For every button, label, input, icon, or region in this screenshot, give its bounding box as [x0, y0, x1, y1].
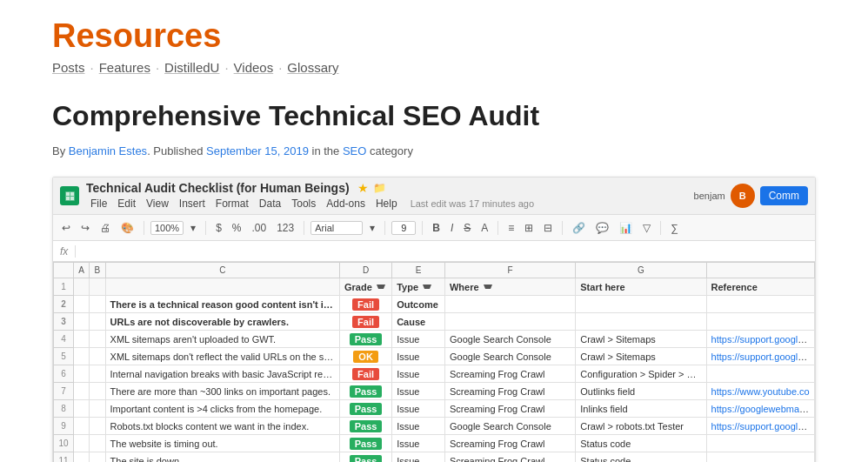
- where-filter-icon[interactable]: [484, 285, 492, 291]
- col-ref-cell: https://support.google.co: [706, 331, 814, 348]
- menu-file[interactable]: File: [86, 197, 111, 211]
- col-g-cell: Status code: [576, 435, 706, 452]
- table-row: 3 URLs are not discoverable by crawlers.…: [54, 313, 815, 331]
- decimals-btn[interactable]: .00: [249, 220, 270, 236]
- row-1-num: 1: [54, 278, 74, 296]
- col-c-cell: XML sitemaps aren't uploaded to GWT.: [105, 331, 339, 348]
- toolbar-sep-4: [384, 221, 385, 235]
- col-g-cell: Status code: [576, 452, 706, 462]
- menu-addons[interactable]: Add-ons: [322, 197, 370, 211]
- menu-view[interactable]: View: [142, 197, 173, 211]
- col-c-header: [105, 278, 339, 296]
- col-c-cell: XML sitemaps don't reflect the valid URL…: [105, 348, 339, 365]
- col-a-cell: [73, 348, 89, 365]
- col-g-cell: Crawl > Sitemaps: [576, 331, 706, 348]
- col-d-cell: Pass: [340, 435, 392, 452]
- col-header-d: D: [340, 263, 392, 278]
- spreadsheet-embed: Technical Audit Checklist (for Human Bei…: [52, 177, 816, 462]
- menu-data[interactable]: Data: [255, 197, 285, 211]
- svg-rect-1: [66, 192, 70, 196]
- meta-category-suffix: category: [370, 144, 413, 157]
- grade-badge: Fail: [352, 298, 379, 311]
- reference-header-label: Reference: [711, 282, 758, 292]
- nav-glossary[interactable]: Glossary: [287, 60, 338, 75]
- filter-btn[interactable]: ▽: [639, 220, 654, 236]
- italic-btn[interactable]: I: [447, 220, 457, 236]
- col-header-f: F: [444, 263, 575, 278]
- zoom-chevron[interactable]: ▾: [187, 220, 199, 236]
- resources-header: Resources Posts · Features · DistilledU …: [52, 17, 816, 75]
- menu-help[interactable]: Help: [371, 197, 402, 211]
- type-filter-icon[interactable]: [423, 285, 431, 291]
- table-row: 10 The website is timing out. Pass Issue…: [54, 435, 815, 452]
- folder-icon[interactable]: 📁: [373, 182, 386, 194]
- currency-btn[interactable]: $: [212, 220, 225, 236]
- svg-rect-2: [70, 192, 74, 196]
- grade-badge: Pass: [350, 385, 383, 398]
- col-a-cell: [73, 313, 89, 331]
- grade-badge: OK: [353, 351, 378, 363]
- article-meta: By Benjamin Estes. Published September 1…: [52, 144, 816, 157]
- col-header-ref: [706, 263, 814, 278]
- bold-btn[interactable]: B: [429, 220, 444, 236]
- col-c-cell: There are more than ~300 links on import…: [105, 383, 339, 400]
- nav-distilledu[interactable]: DistilledU: [164, 60, 219, 75]
- col-a-cell: [73, 452, 89, 462]
- col-ref-cell: https://support.google.co: [706, 348, 814, 365]
- comment-button[interactable]: Comm: [760, 186, 808, 205]
- border-btn[interactable]: ⊞: [521, 220, 537, 236]
- undo-btn[interactable]: ↩: [58, 220, 74, 236]
- menu-edit[interactable]: Edit: [113, 197, 140, 211]
- grade-badge: Pass: [350, 333, 383, 345]
- col-d-header: Grade: [340, 278, 392, 296]
- nav-features[interactable]: Features: [99, 60, 150, 75]
- start-header-label: Start here: [580, 282, 624, 292]
- chart-btn[interactable]: 📊: [616, 220, 636, 236]
- col-e-cell: Issue: [392, 365, 445, 383]
- percent-btn[interactable]: %: [229, 220, 245, 236]
- col-ref-cell: [706, 365, 814, 383]
- col-d-cell: Pass: [340, 331, 392, 348]
- link-btn[interactable]: 🔗: [569, 220, 589, 236]
- nav-videos[interactable]: Videos: [234, 60, 274, 75]
- strikethrough-btn[interactable]: S: [460, 220, 474, 236]
- print-btn[interactable]: 🖨: [97, 220, 114, 236]
- menu-tools[interactable]: Tools: [287, 197, 320, 211]
- paint-btn[interactable]: 🎨: [117, 220, 137, 236]
- nav-posts[interactable]: Posts: [52, 60, 85, 75]
- precision-btn[interactable]: 123: [273, 220, 297, 236]
- col-c-cell: Internal navigation breaks with basic Ja…: [105, 365, 339, 383]
- menu-format[interactable]: Format: [211, 197, 253, 211]
- table-row: 5 XML sitemaps don't reflect the valid U…: [54, 348, 815, 365]
- zoom-control[interactable]: 100%: [150, 221, 184, 235]
- col-f-cell: Google Search Console: [444, 331, 575, 348]
- col-header-g: G: [576, 263, 706, 278]
- author-link[interactable]: Benjamin Estes: [69, 144, 147, 157]
- grade-filter-icon[interactable]: [377, 285, 385, 291]
- col-ref-header: Reference: [706, 278, 814, 296]
- col-e-cell: Issue: [392, 418, 445, 435]
- font-chevron[interactable]: ▾: [366, 220, 378, 236]
- col-g-cell: [576, 296, 706, 313]
- font-selector[interactable]: Arial: [310, 221, 363, 235]
- date-link[interactable]: September 15, 2019: [206, 144, 309, 157]
- underline-btn[interactable]: A: [477, 220, 491, 236]
- comment-icon-btn[interactable]: 💬: [592, 220, 612, 236]
- col-d-cell: Pass: [340, 418, 392, 435]
- col-d-cell: Pass: [340, 383, 392, 400]
- table-row: 6 Internal navigation breaks with basic …: [54, 365, 815, 383]
- star-icon[interactable]: ★: [357, 181, 369, 195]
- category-link[interactable]: SEO: [343, 144, 366, 157]
- grade-badge: Pass: [350, 420, 383, 432]
- col-ref-cell: [706, 313, 814, 331]
- fx-sep: [75, 245, 76, 258]
- row-num: 8: [54, 400, 74, 418]
- redo-btn[interactable]: ↪: [77, 220, 93, 236]
- table-row: 11 The site is down. Pass Issue Screamin…: [54, 452, 815, 462]
- menu-insert[interactable]: Insert: [175, 197, 210, 211]
- font-size[interactable]: 9: [391, 221, 416, 235]
- col-c-cell: There is a technical reason good content…: [105, 296, 339, 313]
- align-left-btn[interactable]: ≡: [504, 220, 517, 236]
- merge-btn[interactable]: ⊟: [540, 220, 556, 236]
- function-btn[interactable]: ∑: [667, 220, 682, 236]
